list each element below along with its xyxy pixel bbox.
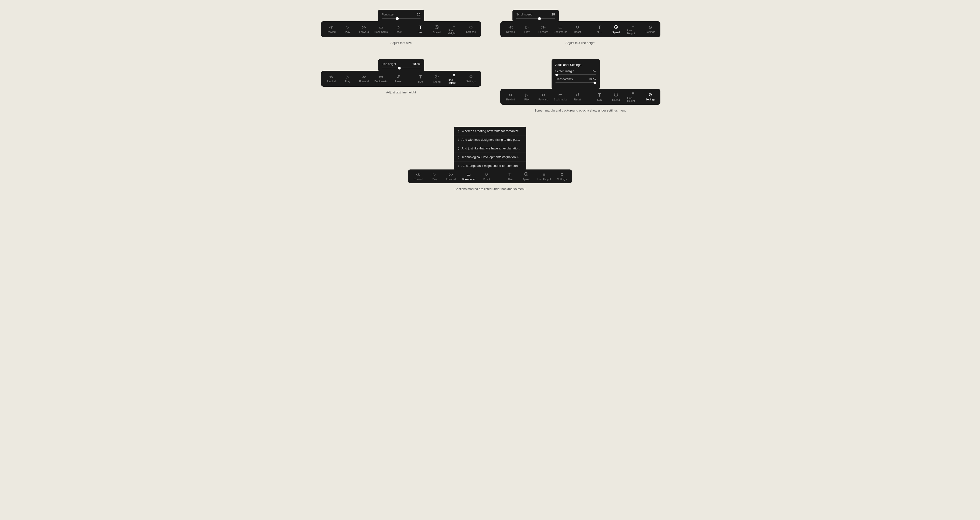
bookmarks-popup: ❯ Whereas creating new fonts for romaniz… xyxy=(454,127,526,170)
forward-icon: ≫ xyxy=(362,25,366,29)
scroll-speed-caption: Adjust text line height xyxy=(566,41,595,45)
toolbar-speed[interactable]: Speed xyxy=(431,74,442,83)
transparency-label: Transparency xyxy=(555,78,573,81)
scroll-speed-demo: Scroll speed 28 ≪ Rewind ▷ Play ≫ xyxy=(500,10,660,45)
play-label: Play xyxy=(345,30,350,33)
toolbar-bookmarks[interactable]: ▭ Bookmarks xyxy=(375,75,387,83)
line-height-label: Line height xyxy=(382,62,396,66)
bookmarks-demo: ❯ Whereas creating new fonts for romaniz… xyxy=(321,127,659,191)
reset-icon: ↺ xyxy=(576,93,579,97)
play-label: Play xyxy=(345,80,350,83)
toolbar-lineheight[interactable]: ≡ Line Height xyxy=(537,172,551,181)
toolbar-rewind[interactable]: ≪ Rewind xyxy=(326,25,336,33)
toolbar-reset[interactable]: ↺ Reset xyxy=(393,75,403,83)
play-icon: ▷ xyxy=(346,25,349,29)
toolbar-bookmarks[interactable]: ▭ Bookmarks xyxy=(554,93,566,101)
bookmarks-icon: ▭ xyxy=(558,93,562,97)
speed-label: Speed xyxy=(433,31,441,34)
bookmarks-label: Bookmarks xyxy=(554,98,567,101)
size-label: Size xyxy=(418,80,423,83)
bookmark-item-5[interactable]: ❯ As strange as it might sound for someo… xyxy=(454,162,526,170)
rewind-label: Rewind xyxy=(506,30,515,33)
toolbar-lineheight[interactable]: ≡ Line Height xyxy=(448,73,460,84)
bookmarks-caption: Sections marked are listed under bookmar… xyxy=(455,187,525,191)
toolbar-bookmarks[interactable]: ▭ Bookmarks xyxy=(375,25,387,33)
screen-margin-row: Screen margin 0% xyxy=(555,70,596,75)
toolbar-rewind[interactable]: ≪ Rewind xyxy=(326,75,336,83)
toolbar-reset[interactable]: ↺ Reset xyxy=(572,93,583,101)
bookmark-text-1: Whereas creating new fonts for romanize.… xyxy=(461,129,521,133)
reset-icon: ↺ xyxy=(396,75,400,79)
toolbar-play[interactable]: ▷ Play xyxy=(429,172,440,181)
scroll-speed-label: Scroll speed xyxy=(516,13,532,16)
screen-margin-slider[interactable] xyxy=(555,74,596,75)
toolbar-size[interactable]: T Size xyxy=(594,25,605,33)
play-icon: ▷ xyxy=(346,75,349,79)
speed-icon xyxy=(434,25,439,30)
size-icon: T xyxy=(508,172,511,177)
toolbar-speed[interactable]: Speed xyxy=(611,25,621,34)
toolbar-forward[interactable]: ≫ Forward xyxy=(359,75,369,83)
reset-icon: ↺ xyxy=(485,172,488,177)
settings-label: Settings xyxy=(646,30,655,33)
chevron-icon: ❯ xyxy=(458,130,460,132)
toolbar-reset[interactable]: ↺ Reset xyxy=(393,25,403,33)
forward-icon: ≫ xyxy=(541,93,546,97)
toolbar-rewind[interactable]: ≪ Rewind xyxy=(505,93,516,101)
toolbar-reset[interactable]: ↺ Reset xyxy=(572,25,583,33)
toolbar-size[interactable]: T Size xyxy=(415,74,426,83)
toolbar-play[interactable]: ▷ Play xyxy=(522,93,532,101)
toolbar-speed[interactable]: Speed xyxy=(431,25,442,34)
bookmark-item-3[interactable]: ❯ And just like that, we have an explana… xyxy=(454,144,526,153)
chevron-icon: ❯ xyxy=(458,147,460,149)
toolbar-settings[interactable]: ⚙ Settings xyxy=(645,93,655,101)
toolbar-play[interactable]: ▷ Play xyxy=(522,25,532,33)
font-size-slider[interactable] xyxy=(382,18,420,19)
toolbar-rewind[interactable]: ≪ Rewind xyxy=(505,25,516,33)
lineheight-label: Line Height xyxy=(448,78,460,84)
bookmarks-icon: ▭ xyxy=(379,75,383,79)
forward-label: Forward xyxy=(539,98,548,101)
forward-label: Forward xyxy=(359,30,369,33)
bookmarks-label: Bookmarks xyxy=(462,178,475,181)
toolbar-size[interactable]: T Size xyxy=(594,92,605,101)
toolbar-settings[interactable]: ⚙ Settings xyxy=(466,25,476,33)
toolbar-rewind[interactable]: ≪ Rewind xyxy=(413,172,423,181)
toolbar-speed[interactable]: Speed xyxy=(611,92,621,102)
bookmarks-label: Bookmarks xyxy=(374,30,388,33)
toolbar-bookmarks[interactable]: ▭ Bookmarks xyxy=(554,25,566,33)
bookmark-item-1[interactable]: ❯ Whereas creating new fonts for romaniz… xyxy=(454,127,526,135)
speed-icon xyxy=(614,92,618,97)
bookmark-item-4[interactable]: ❯ Technological Development/Stagnation &… xyxy=(454,153,526,162)
additional-settings-popup-container: Additional Settings Screen margin 0% Tra… xyxy=(552,59,609,89)
toolbar-settings[interactable]: ⚙ Settings xyxy=(466,75,476,83)
size-icon: T xyxy=(598,25,601,30)
toolbar-bookmarks[interactable]: ▭ Bookmarks xyxy=(462,172,475,181)
toolbar-lineheight[interactable]: ≡ Line Height xyxy=(627,24,639,35)
toolbar-size[interactable]: T Size xyxy=(415,25,426,33)
chevron-icon: ❯ xyxy=(458,164,460,167)
toolbar-speed[interactable]: Speed xyxy=(521,172,531,181)
line-height-slider[interactable] xyxy=(382,68,420,68)
transparency-slider[interactable] xyxy=(555,82,596,83)
toolbar-play[interactable]: ▷ Play xyxy=(342,25,353,33)
toolbar-lineheight[interactable]: ≡ Line Height xyxy=(448,24,460,35)
toolbar-lineheight[interactable]: ≡ Line Height xyxy=(627,91,639,102)
scroll-speed-slider[interactable] xyxy=(516,18,555,19)
rewind-label: Rewind xyxy=(506,98,515,101)
toolbar-reset[interactable]: ↺ Reset xyxy=(481,172,492,181)
toolbar-settings[interactable]: ⚙ Settings xyxy=(557,172,567,181)
toolbar-forward[interactable]: ≫ Forward xyxy=(359,25,369,33)
forward-label: Forward xyxy=(446,178,456,181)
transparency-row: Transparency 100% xyxy=(555,78,596,83)
transparency-header: Transparency 100% xyxy=(555,78,596,81)
toolbar-forward[interactable]: ≫ Forward xyxy=(538,93,549,101)
toolbar-forward[interactable]: ≫ Forward xyxy=(538,25,549,33)
toolbar-settings[interactable]: ⚙ Settings xyxy=(645,25,655,33)
toolbar-forward[interactable]: ≫ Forward xyxy=(445,172,456,181)
toolbar-play[interactable]: ▷ Play xyxy=(342,75,353,83)
settings-icon: ⚙ xyxy=(469,25,473,29)
bookmark-item-2[interactable]: ❯ And with less designers rising to this… xyxy=(454,135,526,144)
speed-icon xyxy=(524,172,528,177)
toolbar-size[interactable]: T Size xyxy=(504,172,515,181)
